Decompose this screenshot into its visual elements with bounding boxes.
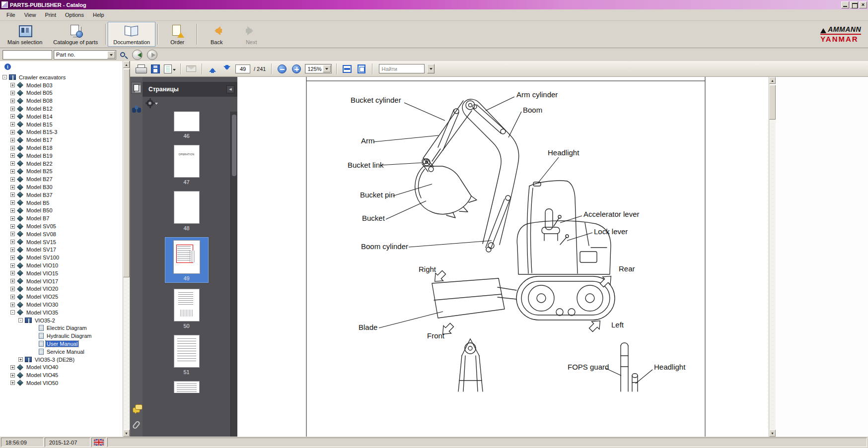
tree-item-label[interactable]: Model B12 bbox=[25, 106, 54, 112]
history-forward-button[interactable] bbox=[147, 50, 157, 60]
maximize-button[interactable] bbox=[850, 1, 858, 8]
tree-item[interactable]: Model VIO25 bbox=[0, 293, 123, 301]
thumbnail-image[interactable] bbox=[174, 381, 200, 393]
tree-item-label[interactable]: Model B50 bbox=[25, 207, 54, 213]
previous-page-button[interactable] bbox=[207, 63, 218, 75]
tree-item[interactable]: Model VIO17 bbox=[0, 277, 123, 285]
thumbnail-image[interactable] bbox=[174, 112, 200, 131]
tree-item[interactable]: Model VIO35 bbox=[0, 309, 123, 317]
tree-item[interactable]: Model B15-3 bbox=[0, 128, 123, 136]
tree-expander[interactable] bbox=[10, 161, 15, 166]
thumbnails-scrollbar[interactable] bbox=[230, 112, 237, 437]
tree-item-label[interactable]: Model SV17 bbox=[25, 247, 57, 253]
tree-expander[interactable] bbox=[10, 295, 15, 299]
tree-expander[interactable] bbox=[10, 83, 15, 87]
tree-item-label[interactable]: Model SV05 bbox=[25, 223, 57, 229]
menu-item[interactable]: Print bbox=[40, 10, 61, 20]
tree-expander[interactable] bbox=[10, 287, 15, 291]
tree-item[interactable]: Model B19 bbox=[0, 152, 123, 160]
tree-expander[interactable] bbox=[10, 138, 15, 142]
tree-item-label[interactable]: Model VIO35 bbox=[25, 310, 59, 316]
tree-item-label[interactable]: Model VIO17 bbox=[25, 278, 59, 284]
combo-dropdown-button[interactable] bbox=[107, 51, 115, 59]
tree-item-label[interactable]: Model B08 bbox=[25, 98, 54, 104]
tree-item-label[interactable]: Model VIO15 bbox=[25, 270, 59, 276]
search-category-select[interactable]: Part no. bbox=[54, 50, 116, 60]
toolbar-button[interactable]: Catalogue of parts bbox=[48, 22, 103, 47]
info-icon[interactable] bbox=[4, 64, 11, 70]
scroll-up-icon[interactable] bbox=[769, 77, 776, 84]
tree-item[interactable]: Model B03 bbox=[0, 81, 123, 89]
save-button[interactable] bbox=[149, 63, 161, 75]
toolbar-button[interactable]: Back bbox=[199, 22, 234, 47]
document-scrollbar[interactable] bbox=[769, 77, 776, 437]
tree-expander[interactable] bbox=[18, 318, 23, 322]
tree-item[interactable]: Model SV08 bbox=[0, 230, 123, 238]
search-panel-button[interactable] bbox=[131, 98, 142, 110]
scroll-down-icon[interactable] bbox=[123, 430, 130, 437]
tree-expander[interactable] bbox=[10, 303, 15, 307]
tree-expander[interactable] bbox=[10, 216, 15, 221]
toolbar-button[interactable]: Order bbox=[160, 22, 195, 47]
tree-scrollbar[interactable] bbox=[123, 61, 130, 437]
export-button[interactable] bbox=[164, 63, 176, 75]
page-thumbnail[interactable] bbox=[174, 381, 200, 393]
tree-item[interactable]: Model B27 bbox=[0, 175, 123, 183]
tree-expander[interactable] bbox=[10, 177, 15, 182]
collapse-panel-button[interactable] bbox=[226, 85, 234, 93]
tree-expander[interactable] bbox=[10, 381, 15, 385]
tree-expander[interactable] bbox=[10, 310, 15, 315]
tree-expander[interactable] bbox=[10, 373, 15, 378]
tree-expander[interactable] bbox=[10, 208, 15, 213]
tree-item-label[interactable]: Model B7 bbox=[25, 215, 50, 221]
comments-panel-button[interactable] bbox=[131, 405, 142, 417]
tree-expander[interactable] bbox=[10, 263, 15, 268]
tree-item[interactable]: Model VIO20 bbox=[0, 285, 123, 293]
tree-item[interactable]: Model SV100 bbox=[0, 254, 123, 261]
tree-item[interactable]: VIO35-2 bbox=[0, 317, 123, 324]
tree-item-label[interactable]: Model B15-3 bbox=[25, 129, 58, 135]
combo-dropdown-button[interactable] bbox=[323, 65, 331, 72]
search-button[interactable] bbox=[118, 50, 128, 60]
toolbar-button[interactable]: Next bbox=[234, 22, 269, 47]
part-number-input[interactable] bbox=[2, 50, 52, 60]
tree-item-label[interactable]: Model VIO40 bbox=[25, 364, 59, 370]
tree-item-label[interactable]: Model B5 bbox=[25, 200, 50, 206]
tree-item-label[interactable]: Model B03 bbox=[25, 82, 54, 88]
scrollbar-thumb[interactable] bbox=[123, 69, 130, 277]
tree-item[interactable]: Model B08 bbox=[0, 97, 123, 105]
tree-expander[interactable] bbox=[10, 91, 15, 95]
tree-item-label[interactable]: User Manual bbox=[46, 341, 78, 347]
tree-expander[interactable] bbox=[10, 99, 15, 103]
tree-item[interactable]: Crawler excavators bbox=[0, 73, 123, 81]
tree-item[interactable]: Service Manual bbox=[0, 348, 123, 356]
tree-item[interactable]: Model VIO15 bbox=[0, 269, 123, 277]
tree-item[interactable]: Model B30 bbox=[0, 183, 123, 191]
scrollbar-thumb[interactable] bbox=[232, 115, 236, 176]
tree-expander[interactable] bbox=[10, 224, 15, 229]
tree-item-label[interactable]: Model B18 bbox=[25, 145, 54, 151]
tree-item-label[interactable]: Model SV15 bbox=[25, 239, 57, 245]
tree-expander[interactable] bbox=[10, 200, 15, 205]
tree-item[interactable]: Model SV17 bbox=[0, 246, 123, 254]
find-input[interactable] bbox=[379, 64, 425, 73]
menu-item[interactable]: File bbox=[2, 10, 20, 20]
tree-item-label[interactable]: Model B30 bbox=[25, 184, 54, 190]
thumbnail-image[interactable] bbox=[173, 240, 200, 274]
tree-item[interactable]: Model VIO10 bbox=[0, 261, 123, 269]
zoom-level-select[interactable]: 125% bbox=[305, 64, 332, 73]
zoom-out-button[interactable] bbox=[276, 63, 288, 75]
menu-item[interactable]: Help bbox=[88, 10, 109, 20]
tree-item[interactable]: Model B22 bbox=[0, 160, 123, 168]
menu-item[interactable]: Options bbox=[61, 10, 88, 20]
tree-expander[interactable] bbox=[10, 279, 15, 283]
tree-expander[interactable] bbox=[10, 271, 15, 275]
print-button[interactable] bbox=[135, 63, 147, 75]
tree-expander[interactable] bbox=[10, 240, 15, 244]
tree-item[interactable]: User Manual bbox=[0, 340, 123, 348]
tree-item[interactable]: Model SV15 bbox=[0, 238, 123, 246]
tree-item[interactable]: Hydraulic Diagram bbox=[0, 332, 123, 340]
tree-item[interactable]: Model VIO40 bbox=[0, 363, 123, 371]
language-flag-icon[interactable] bbox=[91, 438, 106, 447]
tree-expander[interactable] bbox=[10, 185, 15, 190]
